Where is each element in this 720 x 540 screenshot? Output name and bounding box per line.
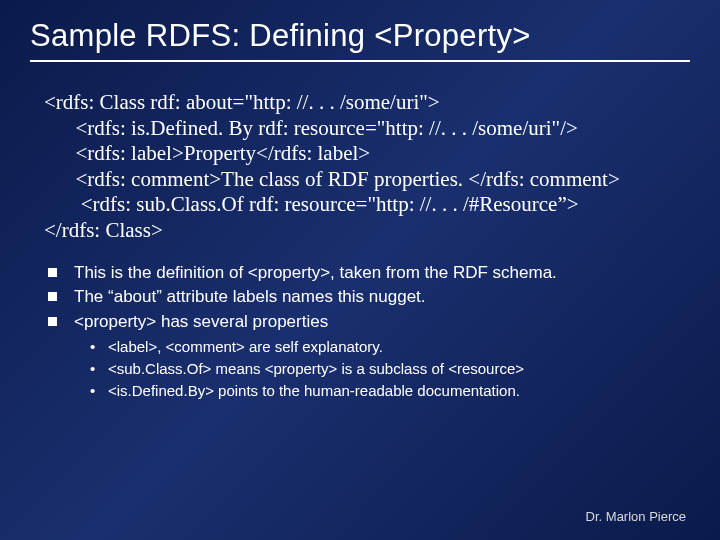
bullet-text: This is the definition of <property>, ta…: [74, 263, 557, 282]
footer-author: Dr. Marlon Pierce: [586, 509, 686, 524]
bullet-item: <property> has several properties: [48, 311, 690, 333]
sub-bullet-text: <label>, <comment> are self explanatory.: [108, 338, 383, 355]
square-bullet-icon: [48, 317, 57, 326]
slide: Sample RDFS: Defining <Property> <rdfs: …: [0, 0, 720, 540]
square-bullet-icon: [48, 292, 57, 301]
code-line-2: <rdfs: is.Defined. By rdf: resource="htt…: [44, 116, 578, 140]
sub-bullet-item: <is.Defined.By> points to the human-read…: [90, 381, 690, 401]
title-underline: [30, 60, 690, 62]
code-line-1: <rdfs: Class rdf: about="http: //. . . /…: [44, 90, 440, 114]
bullet-text: The “about” attribute labels names this …: [74, 287, 426, 306]
sub-bullet-list: <label>, <comment> are self explanatory.…: [90, 337, 690, 400]
bullet-item: This is the definition of <property>, ta…: [48, 262, 690, 284]
code-line-6: </rdfs: Class>: [44, 218, 163, 242]
square-bullet-icon: [48, 268, 57, 277]
code-line-3: <rdfs: label>Property</rdfs: label>: [44, 141, 370, 165]
bullet-text: <property> has several properties: [74, 312, 328, 331]
bullet-item: The “about” attribute labels names this …: [48, 286, 690, 308]
slide-title: Sample RDFS: Defining <Property>: [30, 18, 690, 54]
sub-bullet-text: <is.Defined.By> points to the human-read…: [108, 382, 520, 399]
sub-bullet-text: <sub.Class.Of> means <property> is a sub…: [108, 360, 524, 377]
code-block: <rdfs: Class rdf: about="http: //. . . /…: [44, 90, 690, 244]
code-line-5: <rdfs: sub.Class.Of rdf: resource="http:…: [44, 192, 579, 216]
bullet-list: This is the definition of <property>, ta…: [48, 262, 690, 333]
sub-bullet-item: <label>, <comment> are self explanatory.: [90, 337, 690, 357]
code-line-4: <rdfs: comment>The class of RDF properti…: [44, 167, 620, 191]
sub-bullet-item: <sub.Class.Of> means <property> is a sub…: [90, 359, 690, 379]
